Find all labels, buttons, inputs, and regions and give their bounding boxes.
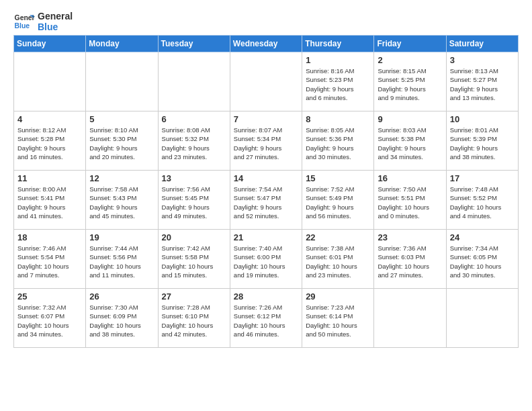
- calendar-cell: 11Sunrise: 8:00 AM Sunset: 5:41 PM Dayli…: [14, 171, 86, 230]
- day-detail: Sunrise: 7:26 AM Sunset: 6:12 PM Dayligh…: [234, 303, 298, 338]
- col-header-saturday: Saturday: [446, 36, 518, 52]
- calendar-table: SundayMondayTuesdayWednesdayThursdayFrid…: [13, 35, 519, 348]
- col-header-thursday: Thursday: [302, 36, 374, 52]
- calendar-cell: 18Sunrise: 7:46 AM Sunset: 5:54 PM Dayli…: [14, 230, 86, 289]
- day-detail: Sunrise: 7:56 AM Sunset: 5:45 PM Dayligh…: [162, 185, 226, 220]
- day-detail: Sunrise: 8:07 AM Sunset: 5:34 PM Dayligh…: [234, 126, 298, 161]
- calendar-cell: 4Sunrise: 8:12 AM Sunset: 5:28 PM Daylig…: [14, 111, 86, 171]
- day-detail: Sunrise: 7:34 AM Sunset: 6:05 PM Dayligh…: [450, 244, 515, 279]
- day-detail: Sunrise: 7:42 AM Sunset: 5:58 PM Dayligh…: [162, 244, 226, 279]
- day-detail: Sunrise: 7:32 AM Sunset: 6:07 PM Dayligh…: [17, 303, 82, 338]
- calendar-cell: 28Sunrise: 7:26 AM Sunset: 6:12 PM Dayli…: [230, 289, 302, 348]
- calendar-cell: 21Sunrise: 7:40 AM Sunset: 6:00 PM Dayli…: [230, 230, 302, 289]
- week-row-3: 11Sunrise: 8:00 AM Sunset: 5:41 PM Dayli…: [14, 171, 519, 230]
- day-detail: Sunrise: 8:16 AM Sunset: 5:23 PM Dayligh…: [306, 66, 370, 102]
- calendar-cell: 22Sunrise: 7:38 AM Sunset: 6:01 PM Dayli…: [302, 230, 374, 289]
- day-detail: Sunrise: 8:01 AM Sunset: 5:39 PM Dayligh…: [450, 126, 515, 161]
- day-detail: Sunrise: 8:15 AM Sunset: 5:25 PM Dayligh…: [378, 66, 442, 102]
- day-number: 9: [378, 114, 442, 124]
- logo-icon: General Blue: [13, 11, 35, 32]
- day-number: 10: [450, 114, 515, 124]
- calendar-cell: 5Sunrise: 8:10 AM Sunset: 5:30 PM Daylig…: [86, 111, 158, 171]
- week-row-1: 1Sunrise: 8:16 AM Sunset: 5:23 PM Daylig…: [14, 52, 519, 111]
- calendar-cell: 8Sunrise: 8:05 AM Sunset: 5:36 PM Daylig…: [302, 111, 374, 171]
- calendar-cell: 1Sunrise: 8:16 AM Sunset: 5:23 PM Daylig…: [302, 52, 374, 111]
- day-detail: Sunrise: 7:46 AM Sunset: 5:54 PM Dayligh…: [17, 244, 82, 279]
- calendar-cell: 14Sunrise: 7:54 AM Sunset: 5:47 PM Dayli…: [230, 171, 302, 230]
- day-detail: Sunrise: 7:50 AM Sunset: 5:51 PM Dayligh…: [378, 185, 442, 220]
- day-detail: Sunrise: 7:28 AM Sunset: 6:10 PM Dayligh…: [162, 303, 226, 338]
- calendar-cell: 20Sunrise: 7:42 AM Sunset: 5:58 PM Dayli…: [158, 230, 230, 289]
- day-number: 29: [306, 291, 370, 302]
- day-number: 13: [162, 173, 226, 183]
- day-detail: Sunrise: 7:54 AM Sunset: 5:47 PM Dayligh…: [234, 185, 298, 220]
- calendar-cell: 15Sunrise: 7:52 AM Sunset: 5:49 PM Dayli…: [302, 171, 374, 230]
- day-detail: Sunrise: 8:00 AM Sunset: 5:41 PM Dayligh…: [17, 185, 82, 220]
- header: General Blue General Blue: [13, 11, 519, 32]
- day-number: 23: [378, 232, 442, 242]
- day-number: 18: [17, 232, 82, 242]
- day-number: 14: [234, 173, 298, 183]
- col-header-friday: Friday: [374, 36, 446, 52]
- day-detail: Sunrise: 8:08 AM Sunset: 5:32 PM Dayligh…: [162, 126, 226, 161]
- day-number: 20: [162, 232, 226, 242]
- col-header-wednesday: Wednesday: [230, 36, 302, 52]
- calendar-cell: [86, 52, 158, 111]
- calendar-cell: [230, 52, 302, 111]
- day-number: 1: [306, 55, 370, 65]
- day-number: 2: [378, 55, 442, 65]
- day-number: 27: [162, 291, 226, 302]
- day-number: 26: [89, 291, 154, 302]
- calendar-cell: 29Sunrise: 7:23 AM Sunset: 6:14 PM Dayli…: [302, 289, 374, 348]
- logo: General Blue General Blue: [13, 11, 73, 32]
- calendar-cell: 17Sunrise: 7:48 AM Sunset: 5:52 PM Dayli…: [446, 171, 518, 230]
- day-number: 22: [306, 232, 370, 242]
- col-header-sunday: Sunday: [14, 36, 86, 52]
- calendar-cell: 25Sunrise: 7:32 AM Sunset: 6:07 PM Dayli…: [14, 289, 86, 348]
- week-row-2: 4Sunrise: 8:12 AM Sunset: 5:28 PM Daylig…: [14, 111, 519, 171]
- day-detail: Sunrise: 7:38 AM Sunset: 6:01 PM Dayligh…: [306, 244, 370, 279]
- calendar-header-row: SundayMondayTuesdayWednesdayThursdayFrid…: [14, 36, 519, 52]
- calendar-cell: [374, 289, 446, 348]
- day-detail: Sunrise: 8:03 AM Sunset: 5:38 PM Dayligh…: [378, 126, 442, 161]
- day-number: 17: [450, 173, 515, 183]
- day-number: 24: [450, 232, 515, 242]
- day-detail: Sunrise: 8:13 AM Sunset: 5:27 PM Dayligh…: [450, 66, 515, 102]
- day-detail: Sunrise: 7:44 AM Sunset: 5:56 PM Dayligh…: [89, 244, 154, 279]
- day-detail: Sunrise: 7:48 AM Sunset: 5:52 PM Dayligh…: [450, 185, 515, 220]
- day-number: 5: [89, 114, 154, 124]
- day-number: 15: [306, 173, 370, 183]
- day-number: 6: [162, 114, 226, 124]
- day-detail: Sunrise: 7:23 AM Sunset: 6:14 PM Dayligh…: [306, 303, 370, 338]
- day-detail: Sunrise: 7:58 AM Sunset: 5:43 PM Dayligh…: [89, 185, 154, 220]
- day-number: 16: [378, 173, 442, 183]
- calendar-cell: 23Sunrise: 7:36 AM Sunset: 6:03 PM Dayli…: [374, 230, 446, 289]
- day-detail: Sunrise: 7:30 AM Sunset: 6:09 PM Dayligh…: [89, 303, 154, 338]
- day-number: 21: [234, 232, 298, 242]
- col-header-tuesday: Tuesday: [158, 36, 230, 52]
- calendar-cell: 13Sunrise: 7:56 AM Sunset: 5:45 PM Dayli…: [158, 171, 230, 230]
- calendar-cell: [158, 52, 230, 111]
- calendar-cell: [446, 289, 518, 348]
- calendar-cell: [14, 52, 86, 111]
- calendar-cell: 7Sunrise: 8:07 AM Sunset: 5:34 PM Daylig…: [230, 111, 302, 171]
- day-number: 11: [17, 173, 82, 183]
- calendar-cell: 26Sunrise: 7:30 AM Sunset: 6:09 PM Dayli…: [86, 289, 158, 348]
- day-detail: Sunrise: 8:12 AM Sunset: 5:28 PM Dayligh…: [17, 126, 82, 161]
- week-row-5: 25Sunrise: 7:32 AM Sunset: 6:07 PM Dayli…: [14, 289, 519, 348]
- calendar-cell: 2Sunrise: 8:15 AM Sunset: 5:25 PM Daylig…: [374, 52, 446, 111]
- col-header-monday: Monday: [86, 36, 158, 52]
- day-number: 7: [234, 114, 298, 124]
- calendar-cell: 12Sunrise: 7:58 AM Sunset: 5:43 PM Dayli…: [86, 171, 158, 230]
- day-number: 8: [306, 114, 370, 124]
- calendar-cell: 27Sunrise: 7:28 AM Sunset: 6:10 PM Dayli…: [158, 289, 230, 348]
- calendar-cell: 10Sunrise: 8:01 AM Sunset: 5:39 PM Dayli…: [446, 111, 518, 171]
- day-number: 28: [234, 291, 298, 302]
- week-row-4: 18Sunrise: 7:46 AM Sunset: 5:54 PM Dayli…: [14, 230, 519, 289]
- calendar-cell: 9Sunrise: 8:03 AM Sunset: 5:38 PM Daylig…: [374, 111, 446, 171]
- day-number: 3: [450, 55, 515, 65]
- calendar-cell: 3Sunrise: 8:13 AM Sunset: 5:27 PM Daylig…: [446, 52, 518, 111]
- day-detail: Sunrise: 7:52 AM Sunset: 5:49 PM Dayligh…: [306, 185, 370, 220]
- calendar-cell: 24Sunrise: 7:34 AM Sunset: 6:05 PM Dayli…: [446, 230, 518, 289]
- day-number: 4: [17, 114, 82, 124]
